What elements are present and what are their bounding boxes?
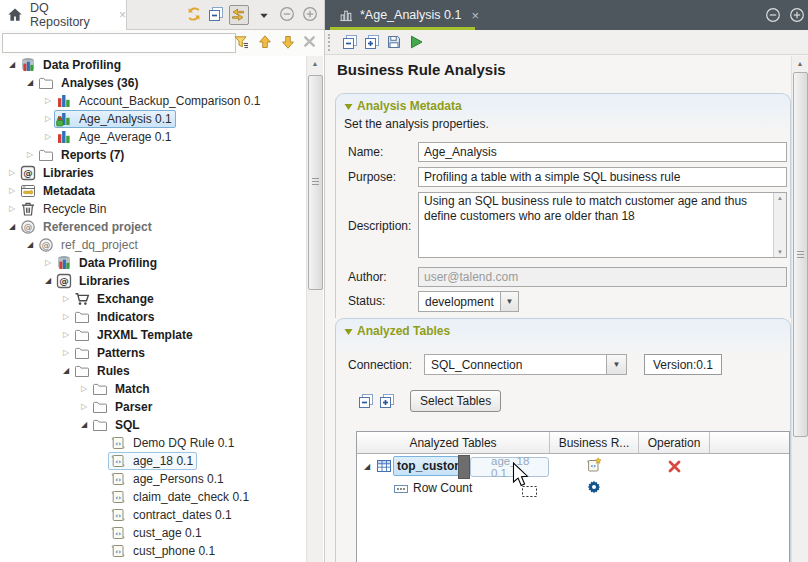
description-scrollbar[interactable]: ▲ ▼: [773, 193, 786, 257]
name-field[interactable]: [418, 142, 787, 162]
select-tables-button[interactable]: Select Tables: [410, 390, 501, 412]
run-analysis-icon[interactable]: [408, 34, 424, 50]
tree-item[interactable]: ▷Match: [0, 380, 306, 398]
close-icon[interactable]: ×: [471, 8, 479, 23]
scroll-up-icon[interactable]: ▲: [307, 56, 323, 71]
view-menu-icon[interactable]: [258, 10, 276, 28]
scroll-up-icon[interactable]: ▲: [774, 195, 786, 201]
expander-icon[interactable]: ▷: [60, 290, 72, 308]
tree-item[interactable]: ‹›Demo DQ Rule 0.1: [0, 434, 306, 452]
expander-icon[interactable]: ◢: [364, 462, 370, 471]
column-header[interactable]: Analyzed Tables: [357, 432, 550, 453]
move-down-icon[interactable]: [280, 34, 298, 52]
chevron-down-icon[interactable]: ▼: [606, 355, 626, 374]
purpose-field[interactable]: [418, 167, 787, 187]
tab-dq-repository[interactable]: DQ Repository ×: [0, 0, 127, 30]
expand-all-icon[interactable]: [379, 393, 395, 409]
tree-item[interactable]: ▷Reports (7): [0, 146, 306, 164]
save-icon[interactable]: [386, 34, 402, 50]
tree-item[interactable]: ◢@Libraries: [0, 272, 306, 290]
tree-item[interactable]: ▷Account_Backup_Comparison 0.1: [0, 92, 306, 110]
expander-icon[interactable]: ▷: [42, 92, 54, 110]
tree-item[interactable]: ‹›age_Persons 0.1: [0, 470, 306, 488]
collapse-all-icon[interactable]: [342, 34, 358, 50]
tree-item[interactable]: ▷Patterns: [0, 344, 306, 362]
expander-icon[interactable]: ◢: [60, 362, 72, 380]
collapse-all-icon[interactable]: [358, 393, 374, 409]
collapse-all-icon[interactable]: [208, 6, 226, 24]
status-dropdown[interactable]: development ▼: [418, 291, 519, 312]
move-up-icon[interactable]: [257, 34, 275, 52]
expander-icon[interactable]: ▷: [6, 164, 18, 182]
tree-item[interactable]: ‹›contract_dates 0.1: [0, 506, 306, 524]
editor-scrollbar[interactable]: ▲: [791, 56, 808, 562]
minimize-icon[interactable]: [279, 6, 297, 24]
scroll-down-icon[interactable]: ▼: [774, 249, 786, 255]
link-with-editor-icon[interactable]: [229, 5, 249, 25]
tree-item[interactable]: ▷Metadata: [0, 182, 306, 200]
tree-item[interactable]: ◢Analyses (36): [0, 74, 306, 92]
tree-scrollbar-thumb[interactable]: [308, 75, 323, 290]
analyzed-tables-header[interactable]: Analyzed Tables: [344, 324, 450, 338]
expander-icon[interactable]: ▷: [6, 182, 18, 200]
tree-item[interactable]: ▷Data Profiling: [0, 254, 306, 272]
refresh-icon[interactable]: [186, 6, 204, 24]
gear-icon[interactable]: [586, 479, 602, 495]
tab-age-analysis[interactable]: *Age_Analysis 0.1 ×: [330, 0, 487, 30]
expander-icon[interactable]: ◢: [78, 416, 90, 434]
close-icon[interactable]: ×: [119, 8, 126, 22]
tree-item[interactable]: ▷JRXML Template: [0, 326, 306, 344]
analysis-metadata-header[interactable]: Analysis Metadata: [344, 99, 462, 113]
tree-item[interactable]: ▷Age_Average 0.1: [0, 128, 306, 146]
expander-icon[interactable]: ▷: [6, 200, 18, 218]
column-header[interactable]: Operation: [639, 432, 710, 453]
tree-item[interactable]: ◢Data Profiling: [0, 56, 306, 74]
expander-icon[interactable]: ◢: [6, 218, 18, 236]
expander-icon[interactable]: ▷: [60, 326, 72, 344]
analyzed-table-row[interactable]: top_custom: [393, 456, 459, 476]
chevron-down-icon[interactable]: ▼: [500, 292, 518, 311]
expander-icon[interactable]: ◢: [24, 74, 36, 92]
toolbar-drag-handle[interactable]: [328, 34, 330, 51]
tree-item[interactable]: ◢@Referenced project: [0, 218, 306, 236]
expander-icon[interactable]: ◢: [24, 236, 36, 254]
tree-item[interactable]: ‹›claim_date_check 0.1: [0, 488, 306, 506]
filter-input[interactable]: [2, 33, 236, 53]
tree-item[interactable]: ▷Exchange: [0, 290, 306, 308]
expander-icon[interactable]: ▷: [42, 254, 54, 272]
clear-filter-icon[interactable]: [302, 34, 320, 52]
indicator-label[interactable]: Row Count: [413, 481, 472, 495]
maximize-icon[interactable]: [789, 7, 805, 23]
tree-scrollbar[interactable]: ▲: [306, 56, 323, 562]
add-business-rule-icon[interactable]: ‹›: [586, 457, 602, 473]
expand-all-icon[interactable]: [364, 34, 380, 50]
column-header[interactable]: Business R...: [550, 432, 639, 453]
expander-icon[interactable]: ▷: [60, 308, 72, 326]
minimize-icon[interactable]: [765, 7, 781, 23]
tree-item[interactable]: ▷Age_Analysis 0.1: [0, 110, 306, 128]
expander-icon[interactable]: ◢: [42, 272, 54, 290]
delete-icon[interactable]: [667, 459, 683, 475]
expander-icon[interactable]: ◢: [6, 56, 18, 74]
tree-item[interactable]: ▷@Libraries: [0, 164, 306, 182]
expander-icon[interactable]: ▷: [42, 128, 54, 146]
tree-item[interactable]: ◢Rules: [0, 362, 306, 380]
tree-item[interactable]: ‹›cust_phone 0.1: [0, 542, 306, 560]
tree-item[interactable]: ◢@ref_dq_project: [0, 236, 306, 254]
expander-icon[interactable]: ▷: [42, 110, 54, 128]
tree-item[interactable]: ▷Indicators: [0, 308, 306, 326]
expander-icon[interactable]: ▷: [78, 398, 90, 416]
editor-scrollbar-thumb[interactable]: [793, 72, 808, 437]
tree-item[interactable]: ◢SQL: [0, 416, 306, 434]
expander-icon[interactable]: ▷: [60, 344, 72, 362]
tree-item[interactable]: ‹›age_18 0.1: [0, 452, 306, 470]
tree-item[interactable]: ▷Recycle Bin: [0, 200, 306, 218]
filter-icon[interactable]: [233, 34, 251, 52]
maximize-icon[interactable]: [302, 6, 320, 24]
tree-item[interactable]: ▷Parser: [0, 398, 306, 416]
description-field[interactable]: Using an SQL business rule to match cust…: [418, 192, 787, 258]
scroll-up-icon[interactable]: ▲: [792, 56, 808, 71]
connection-dropdown[interactable]: SQL_Connection ▼: [424, 354, 627, 375]
tree-item[interactable]: ‹›cust_age 0.1: [0, 524, 306, 542]
expander-icon[interactable]: ▷: [78, 380, 90, 398]
